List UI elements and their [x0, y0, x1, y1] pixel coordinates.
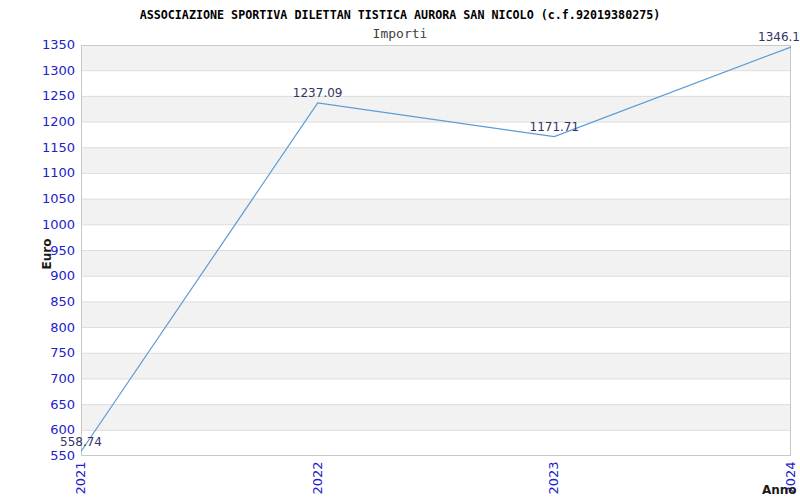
grid-band	[81, 225, 791, 251]
x-tick-label: 2021	[73, 460, 89, 496]
y-tick-label: 700	[0, 371, 75, 387]
plot-area	[81, 45, 791, 456]
grid-band	[81, 430, 791, 456]
grid-band	[81, 276, 791, 302]
y-tick-label: 1100	[0, 165, 75, 181]
y-axis-title: Euro	[39, 232, 55, 276]
y-tick-label: 650	[0, 397, 75, 413]
grid-band	[81, 302, 791, 328]
grid-band	[81, 122, 791, 148]
y-tick-label: 900	[0, 268, 75, 284]
x-tick-label: 2022	[310, 460, 326, 496]
point-label: 1237.09	[293, 86, 343, 100]
grid-band	[81, 173, 791, 199]
y-tick-label: 800	[0, 320, 75, 336]
grid-band	[81, 379, 791, 405]
x-tick-label: 2023	[546, 460, 562, 496]
y-tick-label: 1250	[0, 88, 75, 104]
y-tick-label: 550	[0, 448, 75, 464]
y-tick-label: 1300	[0, 63, 75, 79]
y-tick-label: 850	[0, 294, 75, 310]
chart-subtitle: Importi	[0, 26, 800, 41]
chart-title: ASSOCIAZIONE SPORTIVA DILETTAN TISTICA A…	[0, 8, 800, 22]
y-tick-label: 1150	[0, 140, 75, 156]
grid-band	[81, 353, 791, 379]
y-tick-label: 1050	[0, 191, 75, 207]
y-tick-label: 1200	[0, 114, 75, 130]
grid-band	[81, 199, 791, 225]
y-tick-label: 950	[0, 243, 75, 259]
y-tick-label: 1000	[0, 217, 75, 233]
y-tick-label: 1350	[0, 37, 75, 53]
y-tick-label: 750	[0, 345, 75, 361]
point-label: 558.74	[60, 435, 102, 449]
x-axis-title: Anno	[762, 483, 797, 497]
grid-band	[81, 71, 791, 97]
point-label: 1346.1	[758, 30, 800, 44]
grid-band	[81, 148, 791, 174]
point-label: 1171.71	[530, 120, 580, 134]
grid-band	[81, 251, 791, 277]
grid-band	[81, 45, 791, 71]
grid-band	[81, 405, 791, 431]
chart-canvas: ASSOCIAZIONE SPORTIVA DILETTAN TISTICA A…	[0, 0, 800, 500]
grid-band	[81, 328, 791, 354]
grid-band	[81, 96, 791, 122]
